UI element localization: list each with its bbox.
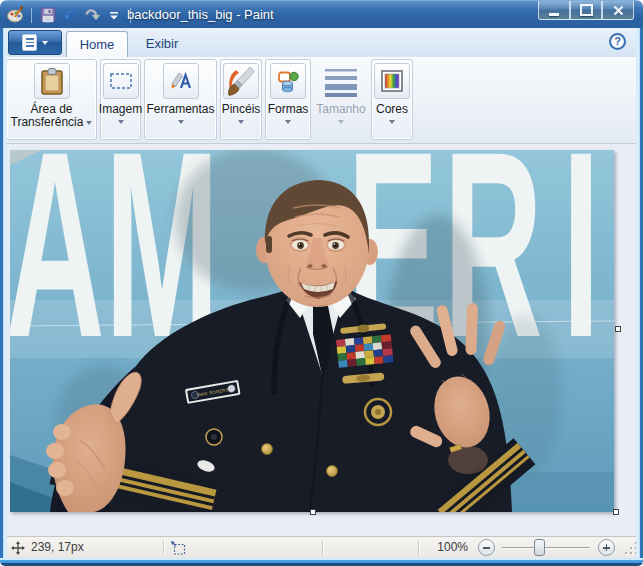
group-colors[interactable]: Cores xyxy=(371,59,413,140)
chevron-down-icon xyxy=(118,120,124,124)
group-tools[interactable]: Ferramentas xyxy=(144,59,217,140)
chevron-down-icon xyxy=(178,120,184,124)
save-button[interactable] xyxy=(39,6,57,24)
zoom-slider-thumb[interactable] xyxy=(534,539,545,556)
minimize-icon xyxy=(549,13,559,16)
quick-access-toolbar xyxy=(6,5,134,25)
shapes-icon xyxy=(270,63,306,99)
customize-toolbar-button[interactable] xyxy=(105,6,123,24)
group-shapes[interactable]: Formas xyxy=(265,59,311,140)
drawing-canvas[interactable]: A M E R I xyxy=(10,150,614,512)
group-size: Tamanho xyxy=(314,59,368,140)
uniform-button xyxy=(262,444,273,455)
selection-size-icon xyxy=(171,541,186,555)
uniform-button xyxy=(327,466,338,477)
zoom-out-button[interactable] xyxy=(478,539,495,556)
tab-home[interactable]: Home xyxy=(66,31,128,57)
maximize-icon xyxy=(580,4,593,16)
group-label: Pincéis xyxy=(222,103,261,116)
backdrop-letter: I xyxy=(562,150,600,392)
paint-menu-button[interactable] xyxy=(8,30,62,55)
statusbar-separator xyxy=(418,540,420,555)
select-icon xyxy=(103,63,139,99)
maximize-button[interactable] xyxy=(570,1,602,20)
chevron-down-icon xyxy=(389,120,395,124)
ribbon: Área de Transferência Imagem Ferramentas… xyxy=(7,57,636,144)
help-button[interactable]: ? xyxy=(609,33,626,50)
window-title: backdoor_this_big - Paint xyxy=(127,1,274,28)
group-label: Formas xyxy=(268,103,309,116)
window-border xyxy=(636,28,643,558)
group-label: Área de Transferência xyxy=(11,102,84,129)
tools-icon xyxy=(163,63,199,99)
minus-icon xyxy=(483,547,490,549)
work-area: A M E R I xyxy=(7,144,636,536)
window-border xyxy=(0,558,643,566)
size-icon xyxy=(323,63,359,99)
redo-button[interactable] xyxy=(83,6,101,24)
chevron-down-icon xyxy=(238,120,244,124)
chevron-down-icon xyxy=(42,41,48,45)
canvas-resize-handle-corner[interactable] xyxy=(613,509,619,515)
zoom-slider-track[interactable] xyxy=(502,547,590,549)
ribbon-rack xyxy=(335,333,395,369)
toolbar-separator xyxy=(31,8,32,23)
close-icon xyxy=(613,5,624,16)
group-clipboard[interactable]: Área de Transferência xyxy=(6,59,97,140)
window-border xyxy=(0,28,7,558)
chevron-down-icon xyxy=(338,120,344,124)
window-controls xyxy=(538,1,634,20)
chevron-down-icon xyxy=(285,120,291,124)
menu-icon xyxy=(22,34,37,51)
close-button[interactable] xyxy=(602,1,634,20)
zoom-in-button[interactable] xyxy=(598,539,615,556)
chevron-down-icon xyxy=(86,121,92,125)
statusbar-separator xyxy=(163,540,165,555)
tab-exibir[interactable]: Exibir xyxy=(131,31,193,57)
titlebar[interactable]: backdoor_this_big - Paint xyxy=(0,0,643,28)
cursor-position: 239, 17px xyxy=(31,537,84,558)
undo-button[interactable] xyxy=(61,6,79,24)
backdrop-letter: A xyxy=(10,150,105,392)
paint-logo-icon xyxy=(6,6,24,24)
minimize-button[interactable] xyxy=(538,1,570,20)
colors-icon xyxy=(374,63,410,99)
group-label: Tamanho xyxy=(316,103,365,116)
group-brushes[interactable]: Pincéis xyxy=(220,59,262,140)
status-bar: 239, 17px 100% xyxy=(0,536,643,558)
clipboard-icon xyxy=(34,63,70,99)
canvas-image: A M E R I xyxy=(10,150,614,512)
canvas-resize-handle-right[interactable] xyxy=(615,326,621,332)
crosshair-icon xyxy=(11,541,25,555)
group-image[interactable]: Imagem xyxy=(100,59,141,140)
canvas-resize-handle-bottom[interactable] xyxy=(310,509,316,515)
paint-window: backdoor_this_big - Paint Home Exibir ? … xyxy=(0,0,643,566)
statusbar-separator xyxy=(322,540,324,555)
zoom-level: 100% xyxy=(424,537,468,558)
group-label: Cores xyxy=(376,103,408,116)
brushes-icon xyxy=(223,63,259,99)
group-label: Imagem xyxy=(99,103,142,116)
group-label: Ferramentas xyxy=(146,103,214,116)
